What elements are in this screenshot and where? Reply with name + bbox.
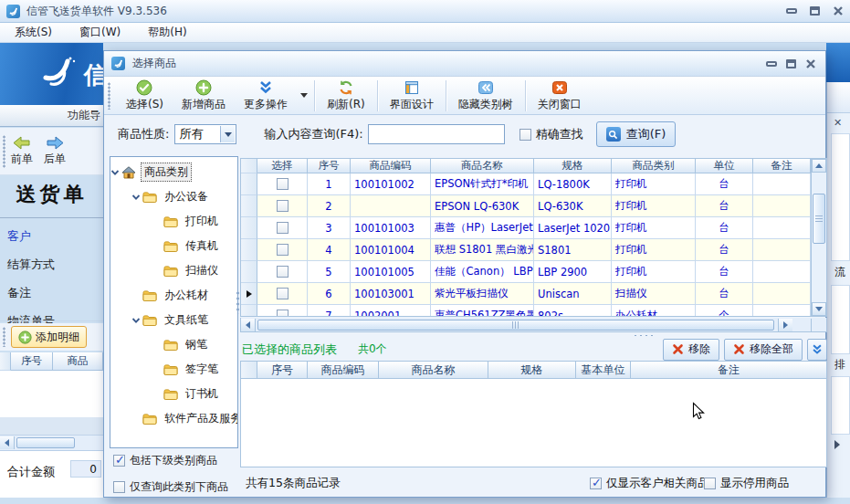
toolbar-grip[interactable]: [3, 135, 5, 168]
tree-node[interactable]: 办公设备: [110, 184, 237, 209]
checkbox-icon[interactable]: [590, 478, 602, 489]
dropdown-arrow-icon[interactable]: [300, 93, 308, 98]
column-header[interactable]: 备注: [631, 362, 827, 379]
dialog-maximize-button[interactable]: [786, 59, 796, 68]
menu-item[interactable]: 帮助(H): [148, 25, 186, 40]
scroll-left-icon[interactable]: [241, 319, 256, 331]
row-select-checkbox[interactable]: [257, 283, 308, 305]
tree-node-label[interactable]: 签字笔: [183, 361, 221, 378]
toolbar-button[interactable]: 隐藏类别树: [449, 78, 522, 114]
expander-icon[interactable]: [131, 316, 141, 325]
query-button[interactable]: 查询(F): [596, 121, 677, 147]
toolbar-button[interactable]: 选择(S): [117, 78, 173, 114]
dialog-minimize-button[interactable]: [766, 61, 777, 67]
dialog-close-button[interactable]: [805, 58, 816, 69]
product-row[interactable]: 3100101003惠普（HP）LaserJetLaserJet 1020打印机…: [241, 217, 811, 239]
row-select-checkbox[interactable]: [257, 173, 308, 195]
products-hscrollbar[interactable]: [240, 318, 827, 332]
scroll-up-icon[interactable]: [812, 159, 826, 173]
scroll-left-icon[interactable]: [0, 436, 15, 449]
main-maximize-button[interactable]: [810, 6, 820, 16]
row-select-checkbox[interactable]: [257, 195, 308, 217]
doc-grid-hscrollbar[interactable]: [0, 435, 103, 450]
tree-node[interactable]: 签字笔: [110, 357, 237, 382]
expander-icon[interactable]: [131, 193, 141, 202]
column-header[interactable]: 规格: [534, 159, 612, 173]
expander-icon[interactable]: [110, 168, 120, 177]
toolbar-grip[interactable]: [3, 327, 5, 347]
tree-node-label[interactable]: 钢笔: [183, 336, 210, 353]
column-header[interactable]: 商品: [53, 352, 103, 371]
tree-node[interactable]: 传真机: [110, 234, 237, 258]
column-header[interactable]: 商品编码: [351, 159, 431, 173]
add-detail-button[interactable]: 添加明细: [11, 326, 87, 348]
main-close-button[interactable]: [833, 5, 844, 16]
column-header[interactable]: 商品编码: [308, 362, 379, 379]
column-header[interactable]: 单位: [696, 159, 753, 173]
column-header[interactable]: 规格: [488, 362, 576, 379]
row-select-checkbox[interactable]: [257, 217, 308, 239]
menu-item[interactable]: 系统(S): [15, 25, 52, 40]
column-header[interactable]: 商品类别: [612, 159, 696, 173]
tree-node-label[interactable]: 商品类别: [141, 163, 192, 182]
tree-node[interactable]: 软件产品及服务: [110, 406, 237, 431]
tree-option-checkbox[interactable]: 仅查询此类别下商品: [113, 479, 228, 495]
tree-node-label[interactable]: 订书机: [183, 385, 221, 403]
menu-item[interactable]: 窗口(W): [79, 25, 121, 40]
chevron-down-icon[interactable]: [220, 126, 235, 142]
column-header[interactable]: 序号: [257, 362, 308, 379]
column-header[interactable]: 商品名称: [431, 159, 534, 173]
show-disabled-checkbox[interactable]: 显示停用商品: [704, 476, 789, 491]
nature-select[interactable]: 所有: [174, 124, 236, 144]
tree-node-label[interactable]: 传真机: [183, 237, 221, 255]
checkbox-icon[interactable]: [113, 481, 125, 493]
tree-node-label[interactable]: 打印机: [183, 213, 221, 230]
tree-node-label[interactable]: 软件产品及服务: [162, 410, 238, 427]
remove-button[interactable]: 移除: [663, 339, 719, 361]
tree-node-label[interactable]: 扫描仪: [183, 262, 221, 279]
scroll-down-icon[interactable]: [812, 302, 826, 316]
product-row[interactable]: 4100101004联想 S1801 黑白激光S1801打印机台: [241, 239, 811, 261]
product-row[interactable]: 2EPSON LQ-630KLQ-630K打印机台: [241, 195, 811, 217]
scroll-thumb[interactable]: [257, 320, 774, 331]
main-minimize-button[interactable]: [786, 8, 797, 14]
next-doc-button[interactable]: 后单: [44, 136, 66, 167]
toolbar-button[interactable]: 刷新(R): [318, 78, 374, 114]
tree-node[interactable]: 钢笔: [110, 332, 237, 357]
toolbar-button[interactable]: 关闭窗口: [529, 78, 591, 114]
row-select-checkbox[interactable]: [257, 261, 308, 283]
row-select-checkbox[interactable]: [257, 305, 308, 316]
nav-panel-tab[interactable]: 功能导: [0, 105, 103, 127]
tree-node[interactable]: 扫描仪: [110, 258, 237, 283]
checkbox-icon[interactable]: [113, 455, 125, 467]
tree-node[interactable]: 商品类别: [110, 160, 237, 184]
panel-arrow-icon[interactable]: [834, 440, 840, 449]
product-row[interactable]: 6100103001紫光平板扫描仪Uniscan扫描仪台: [241, 283, 811, 305]
remove-all-button[interactable]: 移除全部: [724, 339, 803, 361]
column-header[interactable]: 基本单位: [576, 362, 631, 379]
column-header[interactable]: 选择: [257, 159, 308, 173]
column-header[interactable]: 序号: [11, 352, 53, 371]
customer-only-checkbox[interactable]: 仅显示客户相关商品: [590, 476, 709, 491]
expand-selected-button[interactable]: [807, 339, 827, 361]
product-row[interactable]: 5100101005佳能（Canon） LBPLBP 2900打印机台: [241, 261, 811, 283]
tree-node-label[interactable]: 办公设备: [162, 188, 211, 205]
checkbox-icon[interactable]: [704, 478, 716, 489]
prev-doc-button[interactable]: 前单: [11, 136, 33, 167]
column-header[interactable]: 序号: [308, 159, 351, 173]
scroll-right-icon[interactable]: [778, 319, 792, 331]
tree-node[interactable]: 文具纸笔: [110, 308, 237, 332]
tree-node[interactable]: 订书机: [110, 382, 237, 406]
checkbox-icon[interactable]: [519, 129, 531, 141]
scroll-thumb[interactable]: [16, 437, 75, 448]
panel-close-icon[interactable]: ✕: [834, 117, 842, 129]
product-row[interactable]: 71002001惠普CH561ZZ黑色墨盒802s办公耗材个: [241, 305, 811, 316]
search-input[interactable]: [368, 124, 505, 144]
toolbar-button[interactable]: 更多操作: [235, 78, 297, 114]
scroll-thumb[interactable]: [813, 194, 825, 244]
tree-node[interactable]: 办公耗材: [110, 283, 237, 308]
product-row[interactable]: 1100101002EPSON针式打*印机LQ-1800K打印机台: [241, 173, 811, 195]
tree-node[interactable]: 打印机: [110, 209, 237, 234]
toolbar-grip[interactable]: [108, 82, 110, 110]
products-vscrollbar[interactable]: [811, 159, 826, 316]
